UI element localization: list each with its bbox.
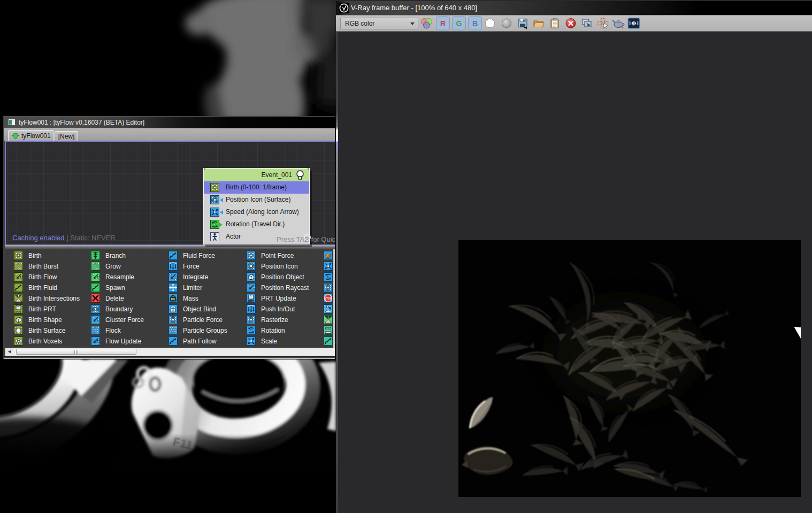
svg-text:G: G [456,19,462,28]
svg-text:B: B [472,19,478,28]
svg-text:R: R [440,19,446,28]
